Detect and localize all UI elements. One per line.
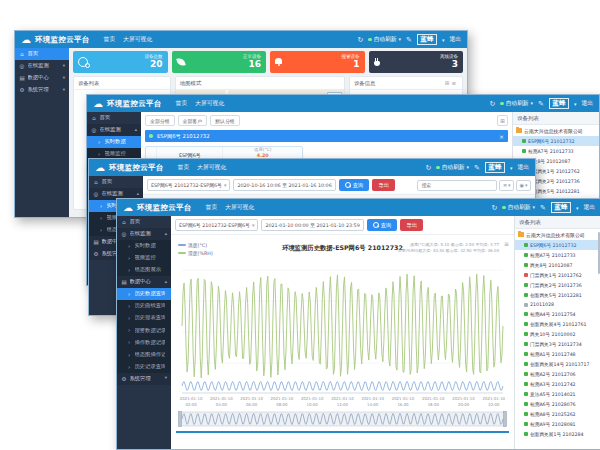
device-tree-item[interactable]: 创新西奥展4号 21012761 <box>515 319 600 329</box>
sidebar-item[interactable]: ⌂ 首页 <box>89 176 143 188</box>
nav-home[interactable]: 首页 <box>104 35 116 44</box>
auto-refresh-dropdown[interactable]: 自动刷新 ▾ <box>368 35 401 44</box>
device-tree-item[interactable]: 检测A2号 21012706 <box>515 369 600 379</box>
group-tab[interactable]: 全部分组 <box>145 115 175 126</box>
menu-icon[interactable]: ≡ <box>451 80 458 86</box>
device-name: 检测A6号 21028076 <box>530 401 576 407</box>
date-range-input[interactable]: 2020-10-16 10:06 至 2021-01-16 10:06 <box>233 179 335 191</box>
sidebar-item[interactable]: ⌂ 首页 <box>15 48 69 60</box>
stat-card: 正常设备 16 <box>172 51 267 73</box>
sidebar-item[interactable]: ⚙ 系统管理 ▾ <box>117 373 171 385</box>
auto-refresh-dropdown[interactable]: 自动刷新 ▾ <box>502 203 535 212</box>
edit-icon[interactable]: ✎ <box>474 164 480 172</box>
device-tree-item[interactable]: 创新西奥5号 21012281 <box>515 290 600 300</box>
layout-toggle-icon[interactable]: ⊞ <box>497 115 508 126</box>
edit-icon[interactable]: ✎ <box>540 204 546 212</box>
sidebar-item[interactable]: › 实时数据 <box>117 240 171 252</box>
device-tree-item[interactable]: 门禁西奥2号 21012736 <box>515 280 600 290</box>
device-tree-item[interactable]: 创新西奥展14号 21013717 <box>515 359 600 369</box>
device-tree-item[interactable]: 门禁西奥3号 21012734 <box>515 339 600 349</box>
device-tree-item[interactable]: 意法A5号 21014021 <box>515 389 600 399</box>
export-button[interactable]: 导出 <box>372 179 395 191</box>
refresh-icon[interactable]: ↻ <box>490 100 496 108</box>
logout-button[interactable]: 退出 <box>517 163 529 172</box>
status-dot-icon <box>502 206 506 210</box>
sidebar-item[interactable]: › 视频监控 <box>117 252 171 264</box>
menu-label: 报警数据记录 <box>135 328 165 334</box>
sidebar-item[interactable]: › 组态图展示 <box>117 264 171 276</box>
menu-icon: ◎ <box>91 127 97 133</box>
nav-home[interactable]: 首页 <box>206 203 218 212</box>
auto-refresh-dropdown[interactable]: 自动刷新 ▾ <box>436 163 469 172</box>
menu-label: 在线监测 <box>100 127 133 133</box>
legend-item[interactable]: 湿度(%RH) <box>178 250 213 256</box>
search-input[interactable] <box>417 180 497 191</box>
refresh-icon[interactable]: ↻ <box>358 36 364 44</box>
device-tree-item[interactable]: ESP网6号 21012732 <box>513 136 599 146</box>
nav-home[interactable]: 首页 <box>178 163 190 172</box>
nav-big-screen[interactable]: 大屏可视化 <box>225 203 254 212</box>
device-tree-item[interactable]: ESP网6号 21012732 <box>515 240 600 250</box>
device-tree-item[interactable]: 创新西奥展1号 2102284 <box>515 429 600 439</box>
sidebar-item[interactable]: ◎ 在线监测 ▾ <box>15 60 69 72</box>
logout-button[interactable]: 退出 <box>449 35 461 44</box>
device-tree-item[interactable]: 检测A9号 21028081 <box>515 419 600 429</box>
device-tree-item[interactable]: 西奥10号 21010002 <box>515 329 600 339</box>
device-tree-item[interactable]: 门禁西奥1号 21012762 <box>515 270 600 280</box>
sidebar-item[interactable]: › 历史曲线查询 <box>117 300 171 312</box>
sidebar-item[interactable]: › 操作数据记录 <box>117 336 171 348</box>
sidebar-item[interactable]: ⚙ 系统管理 ▾ <box>15 84 69 96</box>
nav-big-screen[interactable]: 大屏可视化 <box>195 99 224 108</box>
sidebar-item[interactable]: ▤ 数据中心 ▴ <box>117 276 171 288</box>
chevron-down-icon: ▾ <box>252 222 255 228</box>
sidebar-item[interactable]: ⌂ 首页 <box>87 112 141 124</box>
sidebar-item[interactable]: › 历史报表查询 <box>117 312 171 324</box>
legend-item[interactable]: 温度(°C) <box>178 242 213 248</box>
sidebar-item[interactable]: ◎ 在线监测 ▴ <box>117 228 171 240</box>
sidebar-item[interactable]: ▤ 数据中心 ▾ <box>15 72 69 84</box>
nav-big-screen[interactable]: 大屏可视化 <box>197 163 226 172</box>
sidebar-item[interactable]: ⌂ 首页 <box>117 216 171 228</box>
chart-plot[interactable] <box>176 264 509 396</box>
group-tab[interactable]: 默认分组 <box>210 115 240 126</box>
refresh-icon[interactable]: ↻ <box>492 204 498 212</box>
close-icon[interactable]: × <box>499 133 504 140</box>
x-axis: 2021-01-10 02:00 2021-01-10 04:00 2021-0… <box>176 396 509 409</box>
tree-folder[interactable]: 云南大兴信息技术有限公司 <box>515 229 600 240</box>
export-button[interactable]: 导出 <box>400 219 423 231</box>
datazoom-slider[interactable] <box>176 411 509 427</box>
sidebar-item[interactable]: › 报警数据记录 <box>117 324 171 336</box>
device-tree-item[interactable]: 西奥8号 21012087 <box>515 260 600 270</box>
query-button[interactable]: 查询 <box>339 179 370 191</box>
edit-icon[interactable]: ✎ <box>406 36 412 44</box>
device-tree-item[interactable]: 21011028 <box>515 300 600 309</box>
device-tree-item[interactable]: 检测A7号 21012733 <box>515 250 600 260</box>
logout-button[interactable]: 退出 <box>581 99 593 108</box>
sidebar-item[interactable]: › 实时数据 <box>87 136 141 148</box>
nav-home[interactable]: 首页 <box>176 99 188 108</box>
device-tree-item[interactable]: 检测A3号 21012742 <box>515 379 600 389</box>
sidebar-item[interactable]: › 组态图操作记录 <box>117 349 171 361</box>
device-tree-item[interactable]: 检测A4号 21012754 <box>515 309 600 319</box>
logout-button[interactable]: 退出 <box>583 203 595 212</box>
chart-toolbox-icon[interactable]: ≡ <box>504 240 509 247</box>
device-tree-item[interactable]: 检测A1号 21012748 <box>515 349 600 359</box>
auto-refresh-dropdown[interactable]: 自动刷新 ▾ <box>500 99 533 108</box>
refresh-icon[interactable]: ↻ <box>426 164 432 172</box>
date-range-input[interactable]: 2021-01-10 00:00 至 2021-01-10 23:59 <box>261 219 363 231</box>
device-tree-item[interactable]: 检测A8号 21025262 <box>515 409 600 419</box>
tree-folder[interactable]: 云南大兴信息技术有限公司 <box>513 125 599 136</box>
device-tree-item[interactable]: 检测A6号 21028076 <box>515 399 600 409</box>
edit-icon[interactable]: ✎ <box>538 100 544 108</box>
sidebar-item[interactable]: ◎ 在线监测 ▴ <box>87 124 141 136</box>
group-view-button[interactable]: ≡▾ <box>499 180 514 191</box>
device-tree-item[interactable]: 检测A7号 21012733 <box>513 146 599 156</box>
sidebar-item[interactable]: › 历史数据查询 <box>117 288 171 300</box>
sidebar-item[interactable]: › 历史记录查询 <box>117 361 171 373</box>
device-select[interactable]: ESP网6号 21012732-ESP网6号▾ <box>147 179 230 191</box>
device-select[interactable]: ESP网6号 21012732-ESP网6号▾ <box>175 219 258 231</box>
customer-view-button[interactable]: ◉▾ <box>516 180 531 191</box>
query-button[interactable]: 查询 <box>367 219 398 231</box>
group-tab[interactable]: 全部客户 <box>178 115 208 126</box>
nav-big-screen[interactable]: 大屏可视化 <box>123 35 152 44</box>
